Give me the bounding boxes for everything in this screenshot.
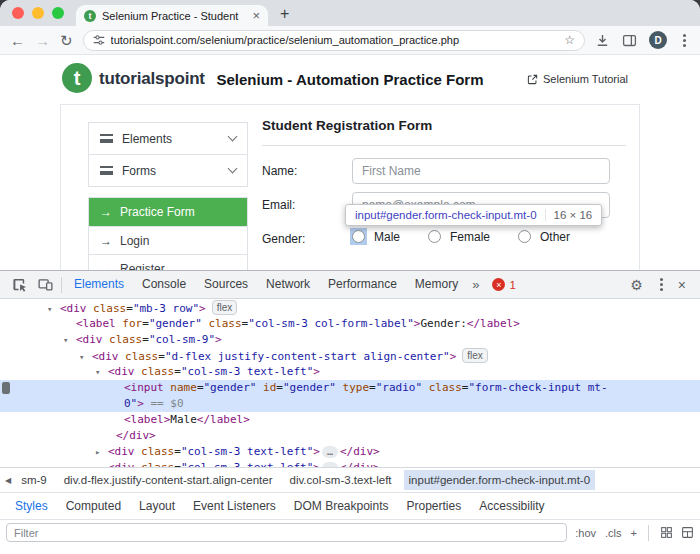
code-token: <label — [76, 317, 116, 330]
download-icon[interactable] — [595, 33, 610, 48]
dom-tree-row[interactable]: <input name="gender" id="gender" type="r… — [0, 380, 700, 396]
devtools-menu-icon[interactable] — [660, 283, 663, 286]
dom-tree-row[interactable]: <label>Male</label> — [0, 412, 700, 428]
devtools-close-icon[interactable]: × — [678, 277, 686, 293]
dom-tree-row[interactable]: </div> — [0, 428, 700, 444]
page-viewport: t tutorialspoint Selenium - Automation P… — [0, 55, 700, 270]
pane-tab-styles[interactable]: Styles — [6, 493, 57, 519]
breadcrumb: ◀ sm-9div.d-flex.justify-content-start.a… — [0, 467, 700, 492]
code-token: = — [369, 381, 376, 394]
pane-tab-layout[interactable]: Layout — [130, 493, 184, 519]
radio-circle — [518, 230, 531, 243]
radio-circle — [428, 230, 441, 243]
pane-tab-dom-breakpoints[interactable]: DOM Breakpoints — [285, 493, 398, 519]
layout-panel-icon[interactable] — [681, 526, 694, 539]
code-token: class — [135, 365, 175, 378]
code-token: = — [158, 350, 165, 363]
flex-badge[interactable]: flex — [212, 300, 238, 315]
tab-favicon-icon: t — [84, 10, 96, 22]
filter-separator — [648, 525, 649, 541]
devtools-tab-performance[interactable]: Performance — [319, 271, 406, 298]
tab-close-icon[interactable]: × — [252, 9, 260, 22]
browser-window: t Selenium Practice - Student × + ← → ↻ … — [0, 0, 700, 554]
sidebar-accordion-elements[interactable]: Elements — [88, 122, 248, 155]
sidebar-item-practice-form[interactable]: →Practice Form — [89, 198, 247, 226]
sidebar-accordions: ElementsForms — [88, 122, 248, 187]
back-button[interactable]: ← — [10, 33, 25, 48]
site-settings-icon[interactable] — [93, 34, 105, 46]
name-input[interactable] — [352, 158, 610, 184]
more-tabs-icon[interactable]: » — [467, 277, 484, 292]
browser-menu-icon[interactable] — [683, 39, 686, 42]
dom-tree-row[interactable]: ▾<div class="col-sm-9"> — [0, 332, 700, 348]
arrow-right-icon: → — [100, 205, 112, 219]
radio-other[interactable] — [516, 228, 533, 245]
arrow-right-icon: → — [100, 234, 112, 248]
devtools-tab-elements[interactable]: Elements — [65, 271, 133, 298]
tree-expand-icon[interactable]: ▾ — [95, 364, 108, 380]
dom-tree-row[interactable]: ▸<div class="col-sm-3 text-left">…</div> — [0, 444, 700, 460]
tree-expand-icon[interactable]: ▾ — [63, 332, 76, 348]
pane-tab-properties[interactable]: Properties — [398, 493, 471, 519]
url-text[interactable]: tutorialspoint.com/selenium/practice/sel… — [111, 34, 559, 46]
breadcrumb-scroll-left-icon[interactable]: ◀ — [0, 476, 16, 485]
pane-tab-accessibility[interactable]: Accessibility — [470, 493, 553, 519]
sidebar-accordion-forms[interactable]: Forms — [88, 154, 248, 187]
pseudo-state-toggle[interactable]: :hov — [575, 527, 596, 539]
tree-expand-icon[interactable]: ▾ — [47, 301, 60, 317]
tree-expand-icon[interactable]: ▾ — [79, 349, 92, 365]
dom-tree-row[interactable]: ▾<div class="mb-3 row">flex — [0, 300, 700, 316]
sidebar-item-login[interactable]: →Login — [89, 226, 247, 254]
address-bar[interactable]: tutorialspoint.com/selenium/practice/sel… — [83, 30, 585, 51]
breadcrumb-item[interactable]: input#gender.form-check-input.mt-0 — [404, 470, 596, 490]
window-minimize-button[interactable] — [32, 7, 44, 19]
pane-tab-computed[interactable]: Computed — [57, 493, 130, 519]
flex-badge[interactable]: flex — [462, 348, 488, 363]
profile-avatar[interactable]: D — [649, 31, 667, 49]
accordion-label: Elements — [122, 132, 172, 146]
tree-expand-icon[interactable]: ▸ — [95, 460, 108, 467]
sidebar-item-register[interactable]: →Register — [89, 254, 247, 270]
logo-wordmark[interactable]: tutorialspoint — [99, 69, 205, 89]
radio-option-label: Female — [450, 230, 490, 244]
bookmark-star-icon[interactable]: ☆ — [564, 33, 575, 47]
radio-female[interactable] — [426, 228, 443, 245]
pane-tab-event-listeners[interactable]: Event Listeners — [184, 493, 285, 519]
devtools-tab-sources[interactable]: Sources — [195, 271, 257, 298]
grid-icon[interactable] — [660, 526, 673, 539]
breadcrumb-item[interactable]: div.col-sm-3.text-left — [285, 470, 397, 490]
inspect-element-icon[interactable] — [6, 273, 32, 297]
gender-option-other: Other — [516, 228, 570, 245]
code-token: = — [142, 333, 149, 346]
new-style-rule-button[interactable]: + — [631, 527, 637, 539]
radio-male[interactable] — [350, 228, 367, 245]
devtools-tab-network[interactable]: Network — [257, 271, 319, 298]
tutorialspoint-logo-icon[interactable]: t — [62, 63, 92, 93]
breadcrumb-item[interactable]: sm-9 — [16, 470, 52, 490]
devtools-tab-memory[interactable]: Memory — [406, 271, 467, 298]
console-error-badge[interactable]: × 1 — [492, 278, 515, 291]
dom-tree-row[interactable]: ▾<div class="col-sm-3 text-left"> — [0, 364, 700, 380]
code-token: "radio" — [376, 381, 422, 394]
class-toggle[interactable]: .cls — [605, 527, 622, 539]
dom-tree-row[interactable]: <label for="gender" class="col-sm-3 col-… — [0, 316, 700, 332]
selenium-tutorial-link[interactable]: Selenium Tutorial — [527, 73, 628, 85]
dom-tree-row[interactable]: ▸<div class="col-sm-3 text-left">…</div> — [0, 460, 700, 467]
devtools-tab-console[interactable]: Console — [133, 271, 195, 298]
browser-tab[interactable]: t Selenium Practice - Student × — [76, 5, 268, 26]
dom-tree-row[interactable]: 0"> == $0 — [0, 396, 700, 412]
new-tab-button[interactable]: + — [280, 5, 289, 23]
devtools-settings-icon[interactable]: ⚙ — [630, 277, 643, 293]
dom-tree-row[interactable]: ▾<div class="d-flex justify-content-star… — [0, 348, 700, 364]
window-close-button[interactable] — [12, 7, 24, 19]
window-zoom-button[interactable] — [52, 7, 64, 19]
forward-button[interactable]: → — [35, 33, 50, 48]
styles-filter-input[interactable] — [6, 523, 567, 542]
tree-expand-icon[interactable]: ▸ — [95, 444, 108, 460]
side-panel-icon[interactable] — [622, 33, 637, 48]
code-token: > — [313, 445, 320, 458]
hidden-children-ellipsis[interactable]: … — [322, 446, 338, 458]
device-toolbar-icon[interactable] — [32, 273, 58, 297]
breadcrumb-item[interactable]: div.d-flex.justify-content-start.align-c… — [59, 470, 278, 490]
reload-button[interactable]: ↻ — [60, 33, 73, 48]
